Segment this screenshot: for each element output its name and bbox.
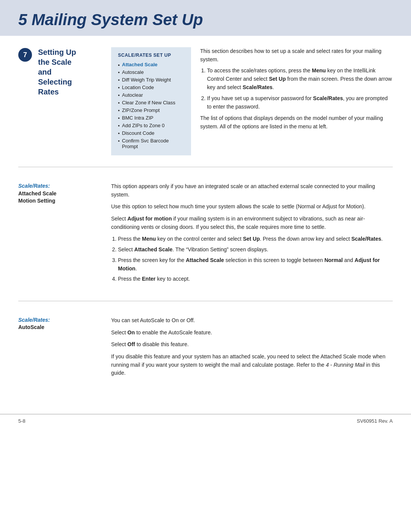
attached-step: Press the Enter key to accept. (118, 275, 393, 283)
sidebar-menu-item: Diff Weigh Trip Weight (118, 76, 184, 84)
intro-step: If you have set up a supervisor password… (207, 94, 393, 111)
autoscale-label-title: Scale/Rates: (18, 316, 102, 324)
attached-step: Press the Menu key on the control center… (118, 235, 393, 243)
autoscale-body: You can set AutoScale to On or Off. Sele… (111, 316, 393, 381)
attached-scale-section: Scale/Rates: Attached Scale Motion Setti… (18, 179, 393, 287)
autoscale-p3: Select Off to disable this feature. (111, 340, 393, 349)
autoscale-p4: If you disable this feature and your sys… (111, 353, 393, 377)
sidebar-menu-item: Autoclear (118, 91, 184, 99)
sidebar-menu-item: Confirm Svc Barcode Prompt (118, 137, 184, 150)
sidebar-menu-item: Clear Zone if New Class (118, 99, 184, 107)
section-number-title: 7 Setting Up the Scale and Selecting Rat… (18, 47, 102, 155)
section-title: Setting Up the Scale and Selecting Rates (38, 47, 76, 155)
attached-scale-label-sub2: Motion Setting (18, 197, 102, 205)
intro-steps: To access the scale/rates options, press… (200, 67, 393, 111)
sidebar-menu: SCALE/RATES SET UP Attached ScaleAutosca… (111, 47, 191, 155)
page-header: 5 Mailing System Set Up (0, 0, 411, 36)
attached-scale-label-sub1: Attached Scale (18, 190, 102, 198)
attached-scale-body: This option appears only if you have an … (111, 182, 393, 287)
sidebar-menu-item: Add ZIPs to Zone 0 (118, 122, 184, 129)
autoscale-p1: You can set AutoScale to On or Off. (111, 316, 393, 325)
autoscale-label-sub: AutoScale (18, 324, 102, 331)
sidebar-menu-item: Location Code (118, 84, 184, 91)
sidebar-menu-item: BMC Intra ZIP (118, 114, 184, 122)
attached-steps: Press the Menu key on the control center… (111, 235, 393, 283)
sidebar-menu-list: Attached ScaleAutoscaleDiff Weigh Trip W… (118, 61, 184, 150)
sidebar-menu-item: Autoscale (118, 69, 184, 76)
intro-text: This section describes how to set up a s… (200, 47, 393, 64)
section-7-header: 7 Setting Up the Scale and Selecting Rat… (18, 47, 393, 155)
autoscale-section: Scale/Rates: AutoScale You can set AutoS… (18, 313, 393, 381)
footer-doc-number: SV60951 Rev. A (357, 418, 393, 424)
section-divider-2 (18, 301, 393, 301)
attached-p3: Select Adjust for motion if your mailing… (111, 215, 393, 231)
attached-scale-label: Scale/Rates: Attached Scale Motion Setti… (18, 182, 102, 287)
section-intro: This section describes how to set up a s… (200, 47, 393, 155)
attached-scale-label-title: Scale/Rates: (18, 182, 102, 190)
footer-page-number: 5-8 (18, 418, 25, 424)
intro-step: To access the scale/rates options, press… (207, 67, 393, 91)
sidebar-menu-item: ZIP/Zone Prompt (118, 107, 184, 114)
attached-step: Press the screen key for the Attached Sc… (118, 256, 393, 273)
sidebar-menu-item: Discount Code (118, 129, 184, 137)
section-number: 7 (18, 48, 32, 62)
sidebar-menu-item: Attached Scale (118, 61, 184, 69)
page-footer: 5-8 SV60951 Rev. A (0, 414, 411, 428)
page-title: 5 Mailing System Set Up (18, 11, 393, 29)
sidebar-menu-title: SCALE/RATES SET UP (118, 53, 184, 58)
attached-step: Select Attached Scale. The “Vibration Se… (118, 246, 393, 254)
attached-p2: Use this option to select how much time … (111, 203, 393, 211)
attached-p1: This option appears only if you have an … (111, 182, 393, 199)
autoscale-label: Scale/Rates: AutoScale (18, 316, 102, 381)
section-divider-1 (18, 167, 393, 167)
main-content: 7 Setting Up the Scale and Selecting Rat… (0, 36, 411, 406)
autoscale-p2: Select On to enable the AutoScale featur… (111, 329, 393, 337)
intro-note: The list of options that displays depend… (200, 114, 393, 131)
